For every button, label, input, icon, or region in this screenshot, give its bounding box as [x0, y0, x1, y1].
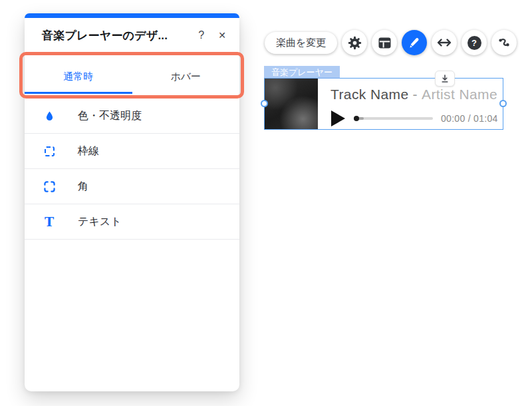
gear-icon [348, 36, 362, 50]
question-mark-icon: ? [467, 36, 481, 50]
album-art [265, 79, 318, 129]
artist-name: Artist Name [422, 87, 497, 102]
help-button[interactable]: ? [462, 30, 487, 55]
state-tabs: 通常時 ホバー [25, 55, 239, 98]
motion-path-icon [497, 36, 511, 49]
download-icon [440, 74, 450, 83]
list-item-corners[interactable]: 角 [25, 169, 239, 204]
stretch-arrows-icon [437, 38, 452, 47]
track-title: Track Name [331, 87, 409, 102]
list-item-fill-color[interactable]: 色・不透明度 [25, 99, 239, 134]
help-icon[interactable]: ? [198, 30, 204, 41]
design-options-list: 色・不透明度 枠線 角 T テキスト [25, 99, 239, 240]
list-item-label: 色・不透明度 [78, 109, 142, 123]
resize-handle-right[interactable] [499, 100, 507, 107]
element-toolbar: ? [342, 30, 517, 55]
tab-hover[interactable]: ホバー [132, 55, 240, 98]
tab-normal[interactable]: 通常時 [25, 55, 132, 98]
list-item-label: 枠線 [78, 144, 99, 158]
play-button[interactable] [331, 110, 345, 126]
paintbrush-icon [408, 36, 421, 49]
layout-icon [378, 37, 391, 49]
panel-accent-bar [25, 13, 239, 18]
progress-bar[interactable] [354, 117, 433, 120]
tab-normal-label: 通常時 [63, 71, 93, 83]
list-item-label: 角 [78, 180, 88, 194]
dashed-border-icon [43, 146, 56, 156]
text-icon: T [43, 216, 56, 228]
element-label-badge: 音楽プレーヤー [264, 66, 340, 79]
settings-button[interactable] [342, 30, 367, 55]
animation-button[interactable] [491, 30, 517, 55]
design-button[interactable] [402, 30, 427, 55]
panel-header: 音楽プレーヤーのデザ... ? ✕ [25, 18, 239, 53]
download-button[interactable] [435, 71, 455, 87]
music-player-widget[interactable]: 音楽プレーヤー Track Name-Artist Name 00:00 / 0… [264, 78, 503, 130]
resize-handle-left[interactable] [261, 100, 268, 107]
layout-button[interactable] [372, 30, 397, 55]
design-panel: 音楽プレーヤーのデザ... ? ✕ 通常時 ホバー 色・不透明度 枠線 [25, 13, 239, 391]
change-track-button[interactable]: 楽曲を変更 [265, 32, 337, 54]
tab-hover-label: ホバー [170, 71, 201, 83]
time-display: 00:00 / 01:04 [441, 113, 498, 124]
scrubber-handle[interactable] [354, 116, 359, 121]
droplet-icon [43, 110, 56, 122]
player-controls: 00:00 / 01:04 [331, 110, 498, 126]
list-item-text[interactable]: T テキスト [25, 204, 239, 240]
list-item-border[interactable]: 枠線 [25, 134, 239, 169]
track-line: Track Name-Artist Name [331, 87, 497, 102]
track-separator: - [413, 87, 418, 102]
list-item-label: テキスト [78, 215, 122, 229]
stretch-button[interactable] [432, 30, 457, 55]
corner-icon [43, 181, 56, 192]
panel-title: 音楽プレーヤーのデザ... [42, 28, 168, 43]
close-icon[interactable]: ✕ [218, 31, 226, 40]
